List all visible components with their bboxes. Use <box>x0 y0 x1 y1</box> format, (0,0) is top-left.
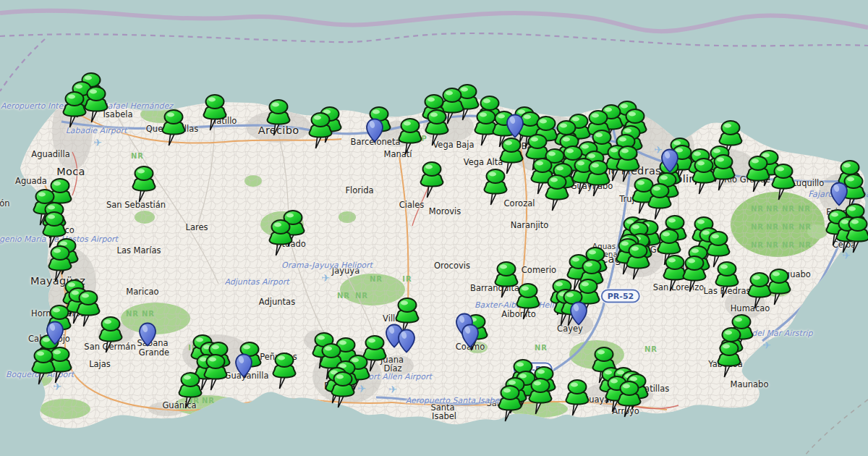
green-pushpin-marker[interactable] <box>689 157 718 199</box>
green-pushpin-marker[interactable] <box>481 168 510 210</box>
blue-balloon-marker[interactable] <box>138 322 157 350</box>
green-pushpin-marker[interactable] <box>266 219 295 261</box>
green-pushpin-marker[interactable] <box>712 261 741 303</box>
green-pushpin-marker[interactable] <box>201 353 230 395</box>
map-canvas[interactable]: IsabelaQuebradillasHatilloAreciboBarcelo… <box>0 0 868 456</box>
blue-balloon-marker[interactable] <box>461 324 480 351</box>
blue-balloon-marker[interactable] <box>234 353 253 381</box>
green-pushpin-marker[interactable] <box>60 90 89 132</box>
green-pushpin-marker[interactable] <box>129 165 158 207</box>
green-pushpin-marker[interactable] <box>159 109 188 151</box>
green-pushpin-marker[interactable] <box>745 271 774 313</box>
green-pushpin-marker[interactable] <box>495 384 524 426</box>
map-markers-layer <box>0 0 868 456</box>
green-pushpin-marker[interactable] <box>417 161 446 203</box>
green-pushpin-marker[interactable] <box>744 155 773 197</box>
blue-balloon-marker[interactable] <box>660 148 679 176</box>
green-pushpin-marker[interactable] <box>200 93 229 135</box>
blue-balloon-marker[interactable] <box>506 114 524 141</box>
green-pushpin-marker[interactable] <box>514 282 542 324</box>
green-pushpin-marker[interactable] <box>615 380 644 422</box>
green-pushpin-marker[interactable] <box>526 377 555 419</box>
green-pushpin-marker[interactable] <box>624 242 652 284</box>
green-pushpin-marker[interactable] <box>422 109 451 151</box>
green-pushpin-marker[interactable] <box>843 216 868 258</box>
blue-balloon-marker[interactable] <box>365 118 384 145</box>
blue-balloon-marker[interactable] <box>46 321 64 348</box>
green-pushpin-marker[interactable] <box>769 163 798 205</box>
green-pushpin-marker[interactable] <box>270 352 299 394</box>
green-pushpin-marker[interactable] <box>96 316 125 358</box>
blue-balloon-marker[interactable] <box>830 182 848 209</box>
green-pushpin-marker[interactable] <box>306 111 335 153</box>
green-pushpin-marker[interactable] <box>584 159 613 201</box>
green-pushpin-marker[interactable] <box>264 98 293 140</box>
green-pushpin-marker[interactable] <box>328 371 357 413</box>
green-pushpin-marker[interactable] <box>715 340 744 382</box>
green-pushpin-marker[interactable] <box>680 255 709 297</box>
blue-balloon-marker[interactable] <box>397 329 416 356</box>
green-pushpin-marker[interactable] <box>29 347 58 389</box>
green-pushpin-marker[interactable] <box>542 174 571 216</box>
blue-balloon-marker[interactable] <box>569 301 588 329</box>
green-pushpin-marker[interactable] <box>396 117 425 159</box>
green-pushpin-marker[interactable] <box>176 371 205 413</box>
green-pushpin-marker[interactable] <box>563 379 592 421</box>
